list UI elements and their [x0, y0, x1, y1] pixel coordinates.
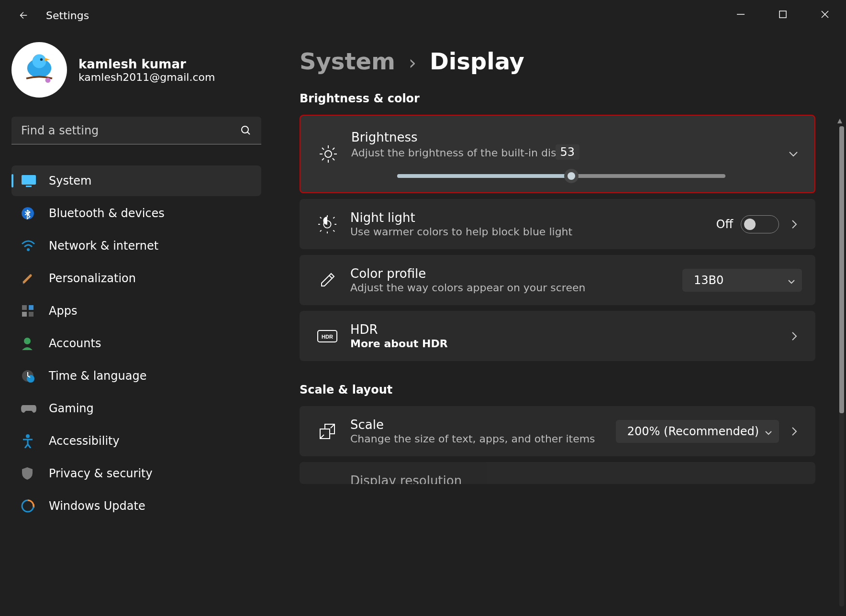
accessibility-icon	[21, 434, 44, 448]
close-button[interactable]	[804, 0, 846, 29]
brightness-sub: Adjust the brightness of the built-in di…	[351, 147, 557, 159]
sidebar-item-label: Apps	[49, 304, 77, 318]
sidebar-item-bluetooth[interactable]: Bluetooth & devices	[11, 198, 261, 229]
sidebar-item-time-language[interactable]: Time & language	[11, 361, 261, 391]
chevron-right-icon	[791, 220, 797, 229]
scale-open[interactable]	[787, 427, 802, 436]
close-icon	[821, 10, 829, 19]
svg-point-19	[24, 338, 31, 344]
profile-name: kamlesh kumar	[78, 57, 215, 71]
chevron-down-icon	[788, 274, 795, 287]
brightness-title: Brightness	[351, 130, 778, 144]
brightness-slider[interactable]	[397, 174, 725, 178]
scale-value: 200% (Recommended)	[627, 425, 759, 438]
svg-rect-15	[22, 305, 27, 310]
scroll-up-icon[interactable]	[836, 118, 843, 124]
sidebar-item-personalization[interactable]: Personalization	[11, 263, 261, 294]
night-light-title: Night light	[350, 210, 716, 225]
hdr-open[interactable]	[787, 331, 802, 341]
svg-text:HDR: HDR	[322, 334, 333, 340]
sidebar-item-label: Gaming	[49, 402, 94, 415]
sidebar-item-label: Accounts	[49, 337, 101, 350]
sidebar-item-privacy[interactable]: Privacy & security	[11, 458, 261, 489]
shield-icon	[21, 466, 44, 481]
svg-line-32	[333, 148, 334, 150]
svg-line-41	[333, 217, 334, 218]
svg-rect-16	[29, 305, 33, 310]
profile-block[interactable]: kamlesh kumar kamlesh2011@gmail.com	[11, 42, 261, 98]
color-profile-sub: Adjust the way colors appear on your scr…	[350, 282, 682, 294]
scale-title: Scale	[350, 418, 616, 432]
scale-dropdown[interactable]: 200% (Recommended)	[616, 420, 779, 443]
color-profile-value: 13B0	[694, 274, 724, 287]
svg-marker-8	[45, 58, 50, 61]
update-icon	[21, 499, 44, 513]
color-profile-dropdown[interactable]: 13B0	[682, 269, 802, 292]
breadcrumb: System › Display	[300, 48, 831, 75]
eyedropper-icon	[313, 272, 342, 289]
svg-point-14	[27, 248, 30, 251]
scale-card[interactable]: Scale Change the size of text, apps, and…	[300, 406, 815, 456]
svg-line-33	[322, 158, 324, 160]
svg-line-10	[247, 132, 250, 134]
sidebar-item-label: Personalization	[49, 272, 136, 285]
night-light-toggle[interactable]	[741, 215, 779, 233]
sidebar-item-label: Bluetooth & devices	[49, 207, 165, 220]
sidebar-item-windows-update[interactable]: Windows Update	[11, 491, 261, 521]
expand-toggle[interactable]	[786, 151, 801, 157]
back-button[interactable]	[11, 4, 34, 27]
svg-point-6	[40, 58, 43, 61]
maximize-icon	[779, 10, 787, 19]
svg-line-30	[322, 148, 324, 150]
maximize-button[interactable]	[762, 0, 804, 29]
wifi-icon	[21, 240, 44, 252]
night-light-open[interactable]	[787, 220, 802, 229]
svg-rect-1	[779, 11, 786, 18]
color-profile-card[interactable]: Color profile Adjust the way colors appe…	[300, 255, 815, 305]
avatar	[11, 42, 67, 98]
paintbrush-icon	[21, 272, 44, 285]
chevron-down-icon	[765, 425, 772, 438]
sidebar-item-system[interactable]: System	[11, 165, 261, 196]
section-scale-layout: Scale & layout	[300, 383, 831, 396]
gamepad-icon	[21, 403, 44, 414]
section-brightness-color: Brightness & color	[300, 92, 831, 105]
search-input[interactable]: Find a setting	[11, 117, 261, 144]
sidebar-item-network[interactable]: Network & internet	[11, 231, 261, 261]
main-panel: System › Display Brightness & color Brig…	[273, 31, 846, 616]
svg-point-5	[33, 55, 46, 68]
color-profile-title: Color profile	[350, 266, 682, 281]
night-light-icon	[313, 215, 342, 233]
hdr-card[interactable]: HDR HDR More about HDR	[300, 311, 815, 361]
svg-rect-11	[22, 175, 36, 185]
breadcrumb-parent[interactable]: System	[300, 48, 395, 75]
chevron-down-icon	[789, 151, 798, 157]
scroll-thumb[interactable]	[839, 126, 844, 413]
minimize-button[interactable]	[720, 0, 762, 29]
breadcrumb-current: Display	[430, 48, 524, 75]
night-light-state: Off	[716, 218, 733, 231]
brightness-card[interactable]: Brightness Adjust the brightness of the …	[300, 115, 815, 193]
display-resolution-card[interactable]: Display resolution	[300, 462, 815, 484]
svg-point-9	[242, 126, 248, 133]
sidebar-item-apps[interactable]: Apps	[11, 296, 261, 326]
apps-icon	[21, 304, 44, 318]
search-icon	[240, 125, 252, 136]
sidebar-item-label: System	[49, 174, 92, 187]
system-icon	[21, 175, 44, 187]
sidebar-item-gaming[interactable]: Gaming	[11, 393, 261, 424]
slider-thumb[interactable]	[564, 169, 579, 183]
chevron-right-icon	[791, 331, 797, 341]
hdr-sub[interactable]: More about HDR	[350, 338, 779, 350]
nav-list: System Bluetooth & devices Network & int…	[11, 165, 261, 521]
sidebar-item-label: Windows Update	[49, 499, 145, 513]
hdr-title: HDR	[350, 322, 779, 337]
scrollbar[interactable]	[839, 126, 844, 606]
night-light-card[interactable]: Night light Use warmer colors to help bl…	[300, 199, 815, 249]
search-placeholder: Find a setting	[21, 124, 99, 137]
sidebar-item-accessibility[interactable]: Accessibility	[11, 426, 261, 456]
minimize-icon	[736, 10, 745, 19]
sidebar-item-accounts[interactable]: Accounts	[11, 328, 261, 359]
profile-email: kamlesh2011@gmail.com	[78, 71, 215, 83]
night-light-sub: Use warmer colors to help block blue lig…	[350, 226, 716, 238]
